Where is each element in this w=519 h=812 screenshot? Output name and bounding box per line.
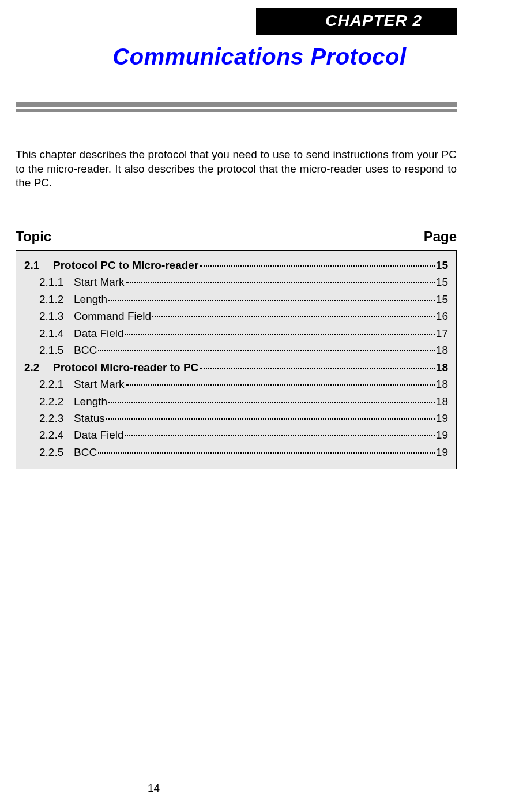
- toc-row: 2.1Protocol PC to Micro-reader15: [24, 257, 448, 274]
- toc-entry-number: 2.2.4: [39, 426, 74, 443]
- toc-entry-page: 18: [436, 376, 448, 392]
- toc-leader-dots: [108, 402, 435, 403]
- toc-entry-page: 19: [436, 444, 448, 461]
- toc-entry-number: 2.2.3: [39, 410, 74, 426]
- toc-row: 2.1.2Length15: [24, 291, 448, 308]
- toc-row: 2.2.3Status19: [24, 410, 448, 426]
- toc-entry-page: 15: [436, 257, 448, 274]
- toc-row: 2.2.4Data Field19: [24, 426, 448, 443]
- toc-entry-number: 2.1.5: [39, 342, 74, 358]
- toc-entry-page: 19: [436, 410, 448, 426]
- toc-entry-number: 2.1: [24, 257, 53, 274]
- page-number: 14: [148, 782, 160, 795]
- divider: [16, 102, 457, 112]
- toc-entry-title: Protocol Micro-reader to PC: [53, 359, 198, 376]
- toc-entry-title: Length: [74, 393, 107, 410]
- toc-entry-title: Data Field: [74, 426, 124, 443]
- toc-entry-title: Data Field: [74, 325, 124, 342]
- toc-row: 2.2.5BCC19: [24, 444, 448, 461]
- toc-leader-dots: [125, 435, 435, 436]
- toc-leader-dots: [108, 300, 435, 301]
- toc-entry-page: 19: [436, 426, 448, 443]
- toc-entry-title: Start Mark: [74, 274, 125, 290]
- intro-paragraph: This chapter describes the protocol that…: [16, 148, 457, 190]
- toc-entry-number: 2.2: [24, 359, 53, 376]
- toc-entry-title: BCC: [74, 342, 97, 358]
- toc-entry-number: 2.1.2: [39, 291, 74, 308]
- toc-entry-page: 16: [436, 308, 448, 324]
- toc-leader-dots: [126, 384, 435, 386]
- toc-leader-dots: [200, 265, 435, 267]
- toc-entry-page: 18: [436, 342, 448, 358]
- toc-row: 2.2.1Start Mark18: [24, 376, 448, 392]
- toc-entry-title: Status: [74, 410, 105, 426]
- toc-entry-title: Start Mark: [74, 376, 125, 392]
- toc-header: Topic Page: [16, 229, 457, 245]
- toc-leader-dots: [98, 452, 435, 454]
- toc-header-page: Page: [424, 229, 457, 245]
- toc-entry-title: BCC: [74, 444, 97, 461]
- toc-row: 2.1.4Data Field17: [24, 325, 448, 342]
- toc-entry-number: 2.2.5: [39, 444, 74, 461]
- toc-leader-dots: [98, 350, 435, 351]
- toc-entry-number: 2.2.2: [39, 393, 74, 410]
- toc-row: 2.1.5BCC18: [24, 342, 448, 358]
- toc-row: 2.1.1Start Mark15: [24, 274, 448, 290]
- divider-bar-1: [16, 102, 457, 107]
- toc-row: 2.2Protocol Micro-reader to PC18: [24, 359, 448, 376]
- toc-header-topic: Topic: [16, 229, 51, 245]
- toc-row: 2.2.2Length18: [24, 393, 448, 410]
- toc-entry-number: 2.2.1: [39, 376, 74, 392]
- toc-entry-title: Command Field: [74, 308, 151, 324]
- toc-entry-number: 2.1.3: [39, 308, 74, 324]
- toc-entry-page: 15: [436, 291, 448, 308]
- toc-entry-number: 2.1.1: [39, 274, 74, 290]
- toc-leader-dots: [152, 316, 435, 317]
- toc-box: 2.1Protocol PC to Micro-reader152.1.1Sta…: [16, 250, 457, 469]
- toc-entry-page: 18: [436, 359, 448, 376]
- toc-leader-dots: [200, 368, 435, 369]
- divider-bar-2: [16, 109, 457, 112]
- toc-leader-dots: [126, 282, 435, 283]
- chapter-title: Communications Protocol: [0, 44, 519, 70]
- toc-leader-dots: [125, 334, 435, 335]
- toc-entry-title: Length: [74, 291, 107, 308]
- toc-entry-page: 17: [436, 325, 448, 342]
- toc-entry-number: 2.1.4: [39, 325, 74, 342]
- toc-entry-page: 15: [436, 274, 448, 290]
- toc-entry-title: Protocol PC to Micro-reader: [53, 257, 198, 274]
- chapter-badge: CHAPTER 2: [256, 8, 457, 35]
- toc-entry-page: 18: [436, 393, 448, 410]
- toc-leader-dots: [106, 418, 435, 420]
- toc-row: 2.1.3Command Field16: [24, 308, 448, 324]
